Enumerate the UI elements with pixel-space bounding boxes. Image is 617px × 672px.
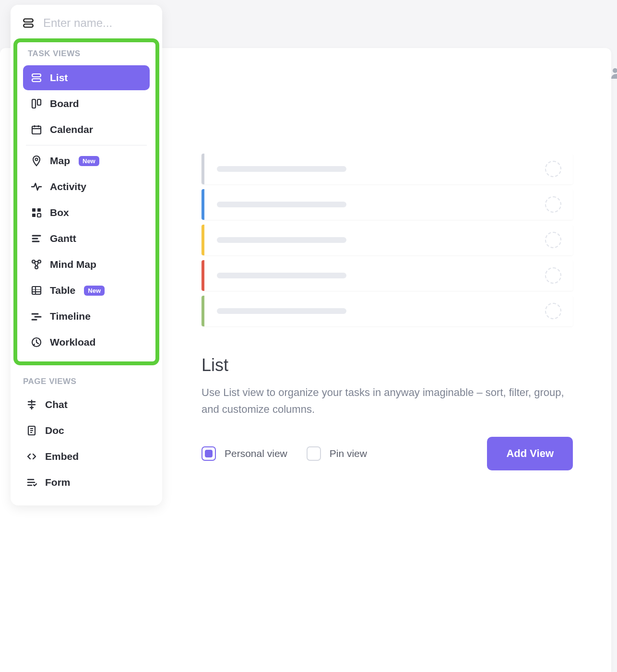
assignee-placeholder-icon xyxy=(545,161,561,177)
personal-view-checkbox[interactable] xyxy=(202,446,216,461)
divider xyxy=(26,145,147,145)
skeleton-text xyxy=(217,308,346,314)
task-view-calendar[interactable]: Calendar xyxy=(23,117,150,142)
task-view-mind-map[interactable]: Mind Map xyxy=(23,252,150,277)
view-name-input[interactable] xyxy=(43,16,151,30)
task-view-timeline[interactable]: Timeline xyxy=(23,304,150,329)
activity-icon xyxy=(31,181,42,192)
view-item-label: Gantt xyxy=(50,233,76,244)
page-view-form[interactable]: Form xyxy=(18,470,154,495)
preview-row xyxy=(202,225,573,255)
task-view-board[interactable]: Board xyxy=(23,91,150,116)
new-badge: New xyxy=(84,286,105,296)
pin-view-checkbox[interactable] xyxy=(307,446,321,461)
task-view-gantt[interactable]: Gantt xyxy=(23,226,150,251)
assignee-placeholder-icon xyxy=(545,303,561,319)
status-color-bar xyxy=(202,296,204,326)
page-views-section-label: PAGE VIEWS xyxy=(11,368,162,391)
page-view-doc[interactable]: Doc xyxy=(18,418,154,443)
view-selector-panel: TASK VIEWS ListBoardCalendarMapNewActivi… xyxy=(11,5,162,505)
view-item-label: Workload xyxy=(50,336,95,348)
pin-view-label: Pin view xyxy=(330,448,367,459)
form-icon xyxy=(26,477,37,488)
list-icon xyxy=(22,17,35,29)
task-view-map[interactable]: MapNew xyxy=(23,148,150,173)
task-view-workload[interactable]: Workload xyxy=(23,330,150,355)
view-item-label: Mind Map xyxy=(50,259,96,270)
view-item-label: Activity xyxy=(50,181,86,192)
skeleton-text xyxy=(217,273,346,278)
page-view-embed[interactable]: Embed xyxy=(18,444,154,469)
status-color-bar xyxy=(202,154,204,184)
box-icon xyxy=(31,207,42,218)
calendar-icon xyxy=(31,124,42,135)
task-views-highlight: TASK VIEWS ListBoardCalendarMapNewActivi… xyxy=(13,38,159,365)
table-icon xyxy=(31,285,42,296)
view-item-label: Calendar xyxy=(50,124,93,135)
new-badge: New xyxy=(79,156,99,166)
view-item-label: Doc xyxy=(45,425,64,436)
list-icon xyxy=(31,72,42,84)
embed-icon xyxy=(26,451,37,462)
view-item-label: Board xyxy=(50,98,79,109)
task-view-activity[interactable]: Activity xyxy=(23,174,150,199)
view-item-label: Map xyxy=(50,155,70,167)
page-view-chat[interactable]: Chat xyxy=(18,392,154,417)
preview-row xyxy=(202,154,573,184)
view-item-label: List xyxy=(50,72,68,84)
detail-title: List xyxy=(202,355,573,375)
svg-point-43 xyxy=(613,68,617,73)
view-item-label: Chat xyxy=(45,399,68,410)
view-item-label: Box xyxy=(50,207,69,218)
mindmap-icon xyxy=(31,259,42,270)
task-views-section-label: TASK VIEWS xyxy=(21,49,152,64)
preview-row xyxy=(202,296,573,326)
preview-row xyxy=(202,189,573,220)
status-color-bar xyxy=(202,189,204,220)
gantt-icon xyxy=(31,233,42,244)
task-view-box[interactable]: Box xyxy=(23,200,150,225)
skeleton-text xyxy=(217,202,346,207)
map-icon xyxy=(31,155,42,167)
view-item-label: Embed xyxy=(45,451,79,462)
list-preview xyxy=(202,154,573,326)
view-item-label: Timeline xyxy=(50,311,91,322)
board-icon xyxy=(31,98,42,109)
doc-icon xyxy=(26,425,37,436)
timeline-icon xyxy=(31,311,42,322)
options-row: Personal view Pin view Add View xyxy=(202,437,573,470)
status-color-bar xyxy=(202,225,204,255)
task-view-list[interactable]: List xyxy=(23,65,150,90)
status-color-bar xyxy=(202,260,204,291)
personal-view-label: Personal view xyxy=(225,448,287,459)
assignee-placeholder-icon xyxy=(545,196,561,213)
preview-row xyxy=(202,260,573,291)
view-item-label: Table xyxy=(50,285,75,296)
name-input-row xyxy=(11,12,162,38)
assignee-placeholder-icon xyxy=(545,232,561,248)
person-icon xyxy=(610,66,617,80)
skeleton-text xyxy=(217,166,346,172)
add-view-button[interactable]: Add View xyxy=(487,437,573,470)
assignee-placeholder-icon xyxy=(545,267,561,284)
workload-icon xyxy=(31,336,42,348)
skeleton-text xyxy=(217,237,346,243)
chat-icon xyxy=(26,399,37,410)
detail-description: Use List view to organize your tasks in … xyxy=(202,384,573,418)
task-view-table[interactable]: TableNew xyxy=(23,278,150,303)
view-item-label: Form xyxy=(45,477,71,488)
